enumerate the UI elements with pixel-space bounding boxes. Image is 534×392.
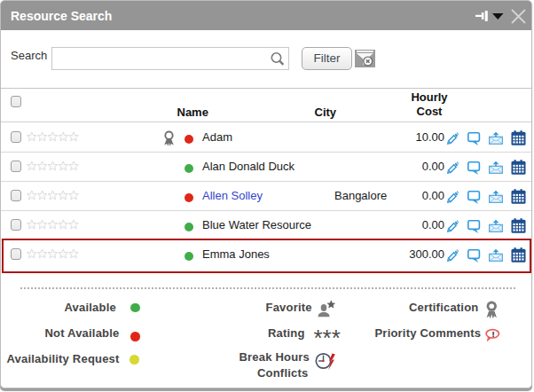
svg-text:!: ! — [491, 328, 494, 338]
